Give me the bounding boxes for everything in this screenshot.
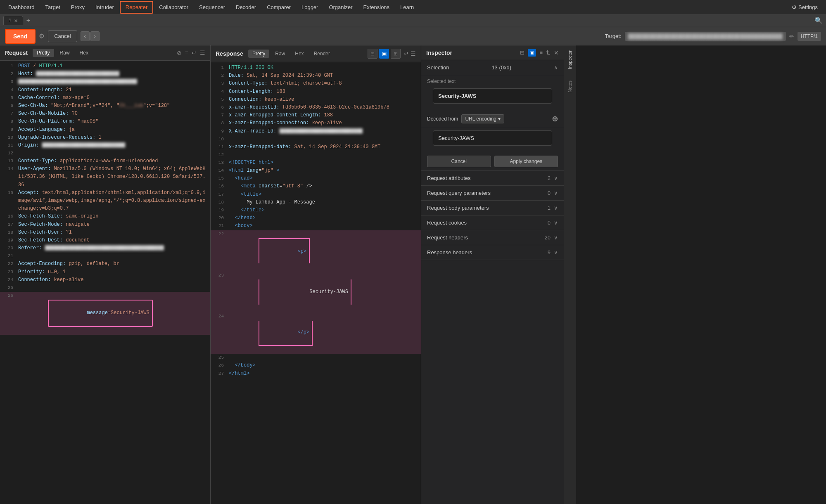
menu-repeater[interactable]: Repeater (120, 1, 153, 14)
nav-forward-button[interactable]: › (90, 31, 100, 41)
menu-dashboard[interactable]: Dashboard (3, 2, 40, 13)
search-request-icon[interactable]: ↵ (192, 50, 197, 56)
edit-icon[interactable]: ✏ (789, 33, 794, 40)
selected-text-section: Selected text Security-JAWS (421, 78, 564, 111)
menu-extensions[interactable]: Extensions (358, 2, 395, 13)
menu-logger[interactable]: Logger (297, 2, 323, 13)
menu-icon[interactable]: ☰ (200, 50, 205, 56)
chevron-up-icon[interactable]: ∧ (554, 64, 558, 71)
view-horiz-btn[interactable]: ⊞ (391, 49, 401, 59)
menu-decoder[interactable]: Decoder (231, 2, 261, 13)
resp-line-6: 6 x-amzn-RequestId: fd35b050-0335-4613-b… (211, 104, 421, 111)
decoded-from-row: Decoded from URL encoding ▾ ⊕ (421, 111, 564, 127)
menu-settings[interactable]: ⚙ Settings (787, 2, 823, 13)
no-wrap-icon[interactable]: ⊘ (177, 50, 182, 56)
inspector-close-icon[interactable]: ✕ (554, 50, 559, 56)
request-code-area[interactable]: 1 POST / HTTP/1.1 2 Host: ██████████████… (0, 61, 210, 504)
resp-line-9: 9 X-Amzn-Trace-Id: █████████████████████… (211, 128, 421, 135)
nav-back-button[interactable]: ‹ (81, 31, 90, 41)
tab-raw-request[interactable]: Raw (56, 49, 74, 57)
response-code-area[interactable]: 1 HTTP/1.1 200 OK 2 Date: Sat, 14 Sep 20… (211, 62, 421, 504)
menu-learn[interactable]: Learn (395, 2, 419, 13)
tab-hex-request[interactable]: Hex (76, 49, 93, 57)
inspector-cookies[interactable]: Request cookies 0 ∨ (421, 215, 564, 230)
cancel-button[interactable]: Cancel (48, 30, 77, 42)
code-line-5: 5 Cache-Control: max-age=0 (0, 94, 210, 102)
gear-icon-toolbar[interactable]: ⚙ (39, 32, 45, 40)
resp-line-17: 17 <title> (211, 191, 421, 199)
menu-intruder[interactable]: Intruder (90, 2, 119, 13)
target-label: Target: (605, 33, 622, 39)
resp-line-3: 3 Content-Type: text/html; charset=utf-8 (211, 80, 421, 88)
selected-text-value: Security-JAWS (433, 88, 552, 104)
request-panel-header: Request Pretty Raw Hex ⊘ ≡ ↵ ☰ (0, 45, 210, 61)
menu-proxy[interactable]: Proxy (66, 2, 90, 13)
inspector-body-params[interactable]: Request body parameters 1 ∨ (421, 201, 564, 215)
inspector-selection-row[interactable]: Selection 13 (0xd) ∧ (421, 60, 564, 75)
inspector-query-params[interactable]: Request query parameters 0 ∨ (421, 186, 564, 201)
code-line-26: 26 message=Security-JAWS (0, 292, 210, 335)
inspector-list-icon[interactable]: ≡ (539, 50, 543, 56)
inspector-request-headers[interactable]: Request headers 20 ∨ (421, 230, 564, 245)
resp-line-27: 27 </html> (211, 370, 421, 378)
view-split-btn[interactable]: ⊟ (368, 49, 377, 59)
code-line-12: 12 (0, 149, 210, 157)
add-encoding-icon[interactable]: ⊕ (552, 114, 558, 123)
tab-raw-response[interactable]: Raw (271, 50, 289, 58)
menu-collaborator[interactable]: Collaborator (154, 2, 193, 13)
menu-comparer[interactable]: Comparer (262, 2, 296, 13)
tab-close-icon[interactable]: ✕ (14, 18, 18, 24)
inspector-sort-icon[interactable]: ⇅ (546, 50, 551, 56)
code-line-13: 13 Content-Type: application/x-www-form-… (0, 157, 210, 165)
encoding-selector[interactable]: URL encoding ▾ (461, 114, 504, 123)
menu-organizer[interactable]: Organizer (324, 2, 357, 13)
chevron-down-icon: ∨ (554, 249, 558, 256)
tab-pretty-request[interactable]: Pretty (33, 49, 54, 57)
resp-line-5: 5 Connection: keep-alive (211, 96, 421, 104)
repeater-tab-1[interactable]: 1 ✕ (3, 16, 23, 25)
search-icon[interactable]: 🔍 (814, 17, 823, 24)
menu-response-icon[interactable]: ☰ (411, 50, 416, 57)
inspector-cancel-button[interactable]: Cancel (427, 156, 491, 167)
http-version-selector[interactable]: HTTP/1 (798, 32, 821, 41)
inspector-body: Selection 13 (0xd) ∧ Selected text Secur… (421, 60, 564, 504)
pretty-icon[interactable]: ≡ (185, 50, 188, 56)
resp-line-26: 26 </body> (211, 362, 421, 369)
inspector-single-icon[interactable]: ▣ (528, 49, 536, 57)
toolbar: Send ⚙ Cancel ‹ › Target: ██████████████… (0, 27, 826, 45)
inspector-apply-button[interactable]: Apply changes (494, 156, 558, 167)
code-line-4: 4 Content-Length: 21 (0, 86, 210, 94)
code-line-1: 1 POST / HTTP/1.1 (0, 62, 210, 70)
send-button[interactable]: Send (5, 29, 36, 44)
resp-line-10: 10 (211, 135, 421, 143)
code-line-21: 21 (0, 252, 210, 260)
tab-render-response[interactable]: Render (310, 50, 334, 58)
inspector-panel: Inspector ⊟ ▣ ≡ ⇅ ✕ Selection 13 (0xd) ∧… (421, 45, 564, 504)
resp-line-18: 18 My Lambda App - Message (211, 199, 421, 206)
inspector-request-attributes[interactable]: Request attributes 2 ∨ (421, 171, 564, 186)
tab-add-button[interactable]: + (23, 15, 33, 26)
tab-pretty-response[interactable]: Pretty (248, 50, 269, 58)
chevron-down-icon: ∨ (554, 190, 558, 196)
code-line-3: 3 ██████████████████████████████████████… (0, 78, 210, 86)
inspector-title: Inspector (426, 50, 520, 56)
side-tab-notes[interactable]: Notes (566, 79, 574, 94)
resp-line-11: 11 x-amzn-Remapped-date: Sat, 14 Sep 202… (211, 143, 421, 151)
decoded-value-section: Security-JAWS (421, 130, 564, 152)
menu-sequencer[interactable]: Sequencer (194, 2, 230, 13)
tab-hex-response[interactable]: Hex (291, 50, 308, 58)
send-response-icon[interactable]: ↵ (404, 50, 409, 57)
code-line-23: 23 Priority: u=0, i (0, 268, 210, 276)
view-single-btn[interactable]: ▣ (379, 49, 389, 59)
chevron-down-icon: ∨ (554, 205, 558, 211)
menu-target[interactable]: Target (40, 2, 65, 13)
side-tab-inspector[interactable]: Inspector (566, 49, 574, 71)
resp-line-12: 12 (211, 151, 421, 159)
response-panel-header: Response Pretty Raw Hex Render ⊟ ▣ ⊞ ↵ ☰ (211, 45, 421, 62)
chevron-down-icon: ∨ (554, 175, 558, 181)
decoded-value[interactable]: Security-JAWS (433, 130, 552, 146)
inspector-split-icon[interactable]: ⊟ (520, 50, 525, 56)
inspector-response-headers[interactable]: Response headers 9 ∨ (421, 245, 564, 260)
code-line-18: 18 Sec-Fetch-User: ?1 (0, 229, 210, 237)
resp-line-2: 2 Date: Sat, 14 Sep 2024 21:39:40 GMT (211, 72, 421, 80)
